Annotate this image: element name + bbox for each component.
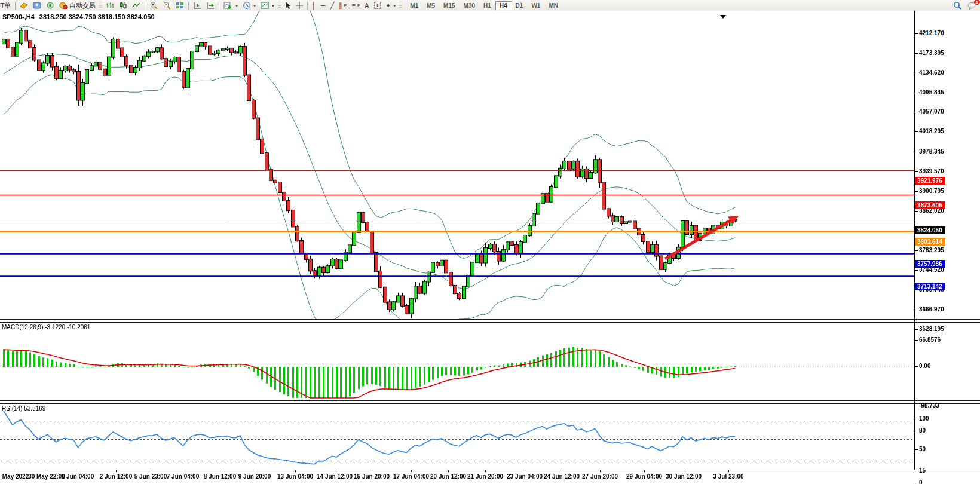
data-window-button[interactable] [30,1,44,10]
zoom-in-icon [149,2,158,10]
toolbar-right-icons: 1 [953,1,980,10]
toolbar-separator [145,2,145,10]
time-tick [295,470,296,472]
navigator-button[interactable] [44,1,57,10]
price-tick-label: 4018.295 [919,128,944,134]
fibonacci-sub: F [357,4,360,8]
autotrading-label: 自动交易 [69,1,96,10]
toolbar-grip [399,2,402,9]
price-line-tag: 3801.614 [915,238,945,246]
time-tick [255,470,255,472]
price-tick-label: 3900.795 [919,188,944,194]
time-tick [335,470,335,472]
trendline-tool[interactable]: ╱ [328,1,337,10]
price-tick-label: 3783.295 [919,247,944,253]
rsi-tick-label: 0 [919,479,923,484]
timeframe-button-mn[interactable]: MN [544,1,562,10]
text-tool[interactable]: A [362,1,371,10]
time-label: May 2022 [2,473,29,480]
time-label: 8 Jun 12:00 [204,473,236,480]
auto-scroll-button[interactable] [191,1,204,10]
indicators-button[interactable]: ▾ [221,1,240,10]
rsi-panel-canvas[interactable] [0,403,914,470]
indicators-icon [223,2,233,10]
data-window-icon [33,2,41,9]
vertical-line-tool[interactable]: │ [310,1,318,10]
chart-shift-icon [206,2,215,9]
periods-button[interactable]: ▾ [240,1,258,10]
main-chart-canvas[interactable] [0,11,914,319]
horizontal-line-tool[interactable]: ─ [318,1,328,10]
time-tick [220,470,220,472]
time-axis-line [0,470,980,470]
auto-scroll-icon [193,2,201,9]
time-tick [562,470,562,472]
timeframe-button-w1[interactable]: W1 [527,1,544,10]
autotrading-icon [59,2,68,9]
price-tick-label: 3939.570 [919,168,944,174]
cursor-icon [284,2,291,9]
cursor-tool-button[interactable] [282,1,293,10]
crosshair-tool-button[interactable] [293,1,305,10]
timeframe-button-h1[interactable]: H1 [479,1,495,10]
channel-tool[interactable]: ∥E [336,1,349,10]
label-tool[interactable]: T [372,1,384,10]
candlestick-chart-button[interactable] [117,1,130,10]
time-label: 29 Jun 04:00 [626,473,662,480]
price-line-tag: 3921.976 [915,177,945,185]
price-tick-label: 3628.195 [919,326,944,332]
time-label: 24 Jun 12:00 [544,473,580,480]
rsi-name: RSI(14) [2,405,22,412]
price-tick-label: 4057.070 [919,108,944,115]
arrows-tool[interactable]: ✦▾ [383,1,398,10]
bar-chart-button[interactable] [103,1,117,10]
toolbar-separator [188,2,189,10]
tile-windows-button[interactable] [173,1,186,10]
toolbar-separator [219,2,219,10]
timeframe-button-d1[interactable]: D1 [512,1,528,10]
timeframe-button-m1[interactable]: M1 [406,1,422,10]
templates-button[interactable]: ▾ [258,1,277,10]
ohlc-values: 3818.250 3824.750 3818.150 3824.050 [39,13,155,20]
candlestick-chart-icon [119,2,127,9]
panel-splitter[interactable] [0,400,980,404]
search-icon[interactable] [953,1,961,10]
time-label: 3 Jul 23:00 [713,473,743,480]
price-tick-label: 3666.970 [919,306,944,313]
price-line-tag: 3824.050 [915,226,945,234]
macd-panel-canvas[interactable] [0,321,914,400]
macd-values: -3.1220 -10.2061 [45,324,90,330]
zoom-in-button[interactable] [147,1,160,10]
chat-badge: 1 [974,0,980,5]
chart-shift-button[interactable] [204,1,217,10]
zoom-out-button[interactable] [160,1,173,10]
timeframe-button-m15[interactable]: M15 [439,1,459,10]
price-tick-label: 4095.845 [919,89,944,96]
autotrading-button[interactable]: 自动交易 [57,1,98,10]
timeframe-button-m5[interactable]: M5 [422,1,439,10]
fibonacci-tool[interactable]: ≡F [350,1,363,10]
panel-splitter[interactable] [0,319,980,323]
macd-tick-label: 66.8576 [919,336,941,343]
timeframe-button-m30[interactable]: M30 [460,1,479,10]
bar-chart-icon [106,2,114,9]
time-tick [525,470,525,472]
timeframe-button-h4[interactable]: H4 [495,1,512,10]
time-tick [684,470,684,472]
price-line-tag: 3873.605 [915,201,945,209]
time-tick [116,470,117,472]
line-chart-button[interactable] [130,1,143,10]
time-label: 23 Jun 04:00 [507,473,543,480]
macd-indicator-label: MACD(12,26,9) -3.1220 -10.2061 [2,324,90,330]
price-line-tag: 3713.142 [915,283,945,290]
macd-tick-label: 0.00 [919,363,930,369]
clock-icon [243,2,251,10]
time-tick [600,470,601,472]
dropdown-arrow-icon: ▾ [253,3,256,8]
price-tick-label: 4134.620 [919,69,944,76]
toolbar-separator [307,2,308,10]
new-order-button[interactable]: 订单 [0,1,13,10]
market-watch-button[interactable] [17,1,30,10]
chat-button[interactable]: 1 [967,2,976,10]
time-tick [372,470,372,472]
